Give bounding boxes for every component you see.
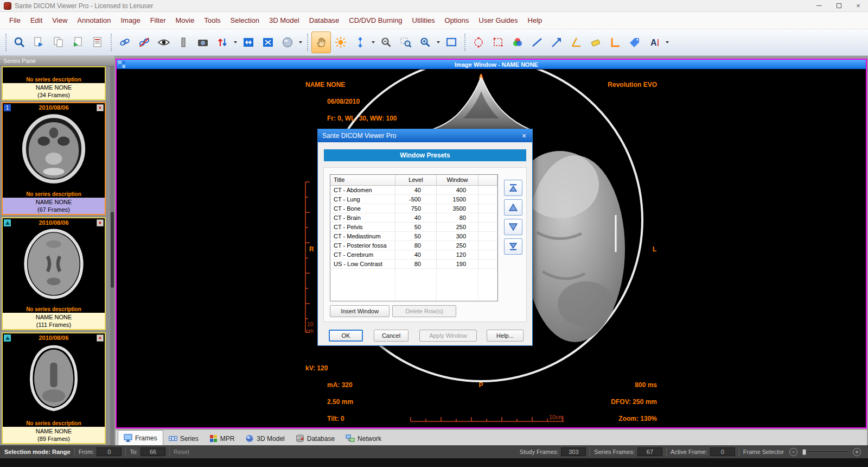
move-bottom-button[interactable]: [504, 238, 522, 255]
cancel-button[interactable]: Cancel: [374, 330, 409, 342]
menu-view[interactable]: View: [47, 14, 72, 27]
menu-database[interactable]: Database: [304, 14, 344, 27]
insert-window-button[interactable]: Insert Window: [330, 305, 390, 317]
dropdown-caret-icon[interactable]: [234, 41, 237, 43]
menu-filter[interactable]: Filter: [145, 14, 171, 27]
menu-movie[interactable]: Movie: [171, 14, 200, 27]
tag-icon[interactable]: [625, 31, 644, 53]
minimize-button[interactable]: [809, 0, 829, 12]
table-row[interactable]: US - Low Contrast80190: [330, 260, 497, 269]
tab-database[interactable]: Database: [290, 432, 340, 445]
reset-button[interactable]: Reset: [174, 449, 189, 455]
cobb-angle-icon[interactable]: [605, 31, 625, 53]
close-series-icon[interactable]: ×: [97, 104, 104, 111]
rect-roi-icon[interactable]: [488, 31, 508, 53]
brightness-icon[interactable]: [331, 31, 350, 53]
ellipse-roi-icon[interactable]: [469, 31, 488, 53]
eye-icon[interactable]: [154, 31, 174, 53]
frame-selector-decrement-button[interactable]: −: [789, 448, 797, 456]
table-row[interactable]: CT - Pelvis50250: [330, 223, 497, 232]
table-row[interactable]: CT - Bone7503500: [330, 204, 497, 213]
help-button[interactable]: Help...: [487, 330, 524, 342]
dropdown-caret-icon[interactable]: [437, 41, 440, 43]
series-thumbnail-4[interactable]: 2010/08/06 × No series description NAME …: [2, 332, 106, 444]
series-thumbnail-3[interactable]: 2010/08/06 × No series description NAME …: [2, 217, 106, 330]
menu-user-guides[interactable]: User Guides: [474, 14, 522, 27]
zoom-out-icon[interactable]: [376, 31, 396, 53]
move-down-button[interactable]: [504, 219, 522, 235]
menu-edit[interactable]: Edit: [25, 14, 47, 27]
menu-tools[interactable]: Tools: [199, 14, 225, 27]
menu-3d-model[interactable]: 3D Model: [264, 14, 304, 27]
camera-icon[interactable]: [193, 31, 213, 53]
menu-utilities[interactable]: Utilities: [407, 14, 440, 27]
color-wheel-icon[interactable]: [508, 31, 527, 53]
series-thumbnail-2-selected[interactable]: 1 2010/08/06 × No series description NAM…: [2, 102, 106, 215]
slider-thumb[interactable]: [802, 449, 806, 455]
table-row[interactable]: CT - Brain4080: [330, 213, 497, 223]
magnifier-icon[interactable]: [416, 31, 435, 53]
presets-table[interactable]: Title Level Window CT - Abdomen40400 CT …: [330, 174, 498, 301]
table-header[interactable]: Title Level Window: [330, 175, 497, 186]
image-window-titlebar[interactable]: Image Window - NAME NONE: [117, 60, 866, 69]
tab-series[interactable]: Series: [163, 432, 204, 445]
histogram-icon[interactable]: [174, 31, 193, 53]
line-tool-icon[interactable]: [527, 31, 547, 53]
unlink-icon[interactable]: [135, 31, 154, 53]
table-row[interactable]: CT - Cerebrum40120: [330, 250, 497, 260]
texture-icon[interactable]: [278, 31, 297, 53]
copy-icon[interactable]: [49, 31, 68, 53]
export-icon[interactable]: [29, 31, 49, 53]
arrow-tool-icon[interactable]: [547, 31, 566, 53]
move-icon[interactable]: [350, 31, 370, 53]
table-row[interactable]: CT - Abdomen40400: [330, 186, 497, 195]
menu-selection[interactable]: Selection: [226, 14, 264, 27]
series-thumbnail-1[interactable]: No series description NAME NONE (34 Fram…: [2, 66, 106, 100]
menu-file[interactable]: File: [4, 14, 25, 27]
table-row[interactable]: CT - Lung-5001500: [330, 195, 497, 204]
tab-frames[interactable]: Frames: [118, 430, 163, 445]
dropdown-caret-icon[interactable]: [299, 41, 302, 43]
tab-3d-model[interactable]: 3D Model: [240, 432, 290, 445]
dialog-close-button[interactable]: ×: [516, 129, 532, 142]
to-value[interactable]: 66: [141, 447, 165, 456]
menu-options[interactable]: Options: [440, 14, 474, 27]
dialog-titlebar[interactable]: Sante DICOM Viewer Pro ×: [318, 129, 532, 142]
zoom-icon[interactable]: [10, 31, 29, 53]
close-series-icon[interactable]: ×: [97, 335, 104, 342]
tab-network[interactable]: Network: [340, 432, 387, 445]
menu-cd-dvd-burning[interactable]: CD/DVD Burning: [344, 14, 407, 27]
maximize-button[interactable]: [829, 0, 848, 12]
frame-selector-slider[interactable]: [800, 451, 850, 453]
dropdown-caret-icon[interactable]: [666, 41, 669, 43]
close-series-icon[interactable]: ×: [97, 219, 104, 226]
menu-annotation[interactable]: Annotation: [72, 14, 116, 27]
text-tool-icon[interactable]: A: [644, 31, 664, 53]
tab-mpr[interactable]: MPR: [204, 432, 240, 445]
table-row[interactable]: CT - Posterior fossa80250: [330, 241, 497, 250]
rect-select-icon[interactable]: [442, 31, 461, 53]
fit-window-icon[interactable]: [258, 31, 278, 53]
fit-image-icon[interactable]: [239, 31, 258, 53]
image-canvas[interactable]: 10 cm 10cm NAME NONE 06/08/2010 Fr: 0, W…: [117, 69, 866, 427]
import-icon[interactable]: [68, 31, 88, 53]
angle-tool-icon[interactable]: [566, 31, 586, 53]
report-icon[interactable]: [88, 31, 107, 53]
scrollbar-thumb[interactable]: [111, 212, 114, 288]
sort-frames-icon[interactable]: [213, 31, 232, 53]
dropdown-caret-icon[interactable]: [372, 41, 375, 43]
table-row[interactable]: CT - Mediastinum50300: [330, 232, 497, 241]
zoom-region-icon[interactable]: [396, 31, 416, 53]
eraser-icon[interactable]: [586, 31, 605, 53]
link-icon[interactable]: [115, 31, 135, 53]
ok-button[interactable]: OK: [329, 330, 363, 342]
hand-pan-icon[interactable]: [311, 31, 331, 53]
frame-selector-increment-button[interactable]: +: [853, 448, 861, 456]
from-value[interactable]: 0: [97, 447, 122, 456]
menu-help[interactable]: Help: [523, 14, 547, 27]
move-top-button[interactable]: [504, 180, 522, 196]
series-pane-scrollbar[interactable]: [110, 66, 114, 445]
close-button[interactable]: ×: [848, 0, 868, 12]
menu-image[interactable]: Image: [116, 14, 145, 27]
move-up-button[interactable]: [504, 199, 522, 216]
